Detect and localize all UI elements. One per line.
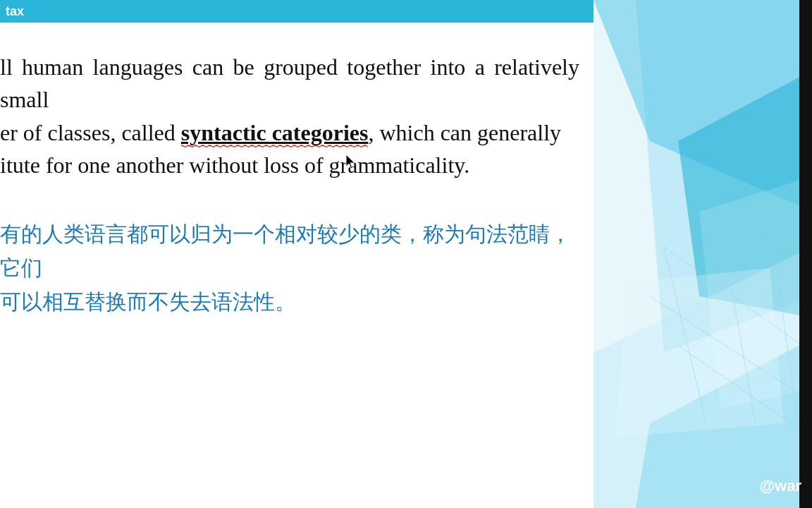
english-paragraph: ll human languages can be grouped togeth…	[0, 51, 579, 182]
bg-decoration	[593, 0, 812, 508]
svg-marker-7	[615, 268, 784, 437]
english-line2-pre: er of classes, called	[0, 120, 181, 145]
right-edge	[799, 0, 812, 508]
english-line2-post: , which can generally	[368, 120, 561, 145]
chinese-line2: 可以相互替换而不失去语法性。	[0, 290, 296, 313]
main-content: ll human languages can be grouped togeth…	[0, 23, 593, 508]
top-bar-title: tax	[6, 4, 24, 19]
chinese-line1: 有的人类语言都可以归为一个相对较少的类，称为句法范睛，它们	[0, 222, 571, 279]
english-line1: ll human languages can be grouped togeth…	[0, 54, 579, 112]
watermark: @war	[760, 477, 801, 495]
syntactic-categories-text: syntactic categories	[181, 120, 369, 147]
english-line3: itute for one another without loss of gr…	[0, 152, 469, 178]
chinese-paragraph: 有的人类语言都可以归为一个相对较少的类，称为句法范睛，它们 可以相互替换而不失去…	[0, 217, 579, 319]
